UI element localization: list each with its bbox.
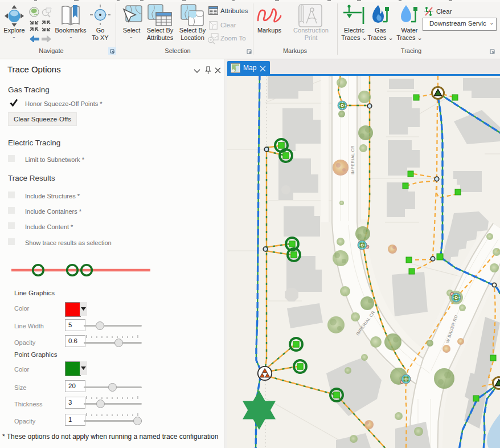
svg-text:IMPERIAL CR: IMPERIAL CR — [350, 145, 355, 174]
